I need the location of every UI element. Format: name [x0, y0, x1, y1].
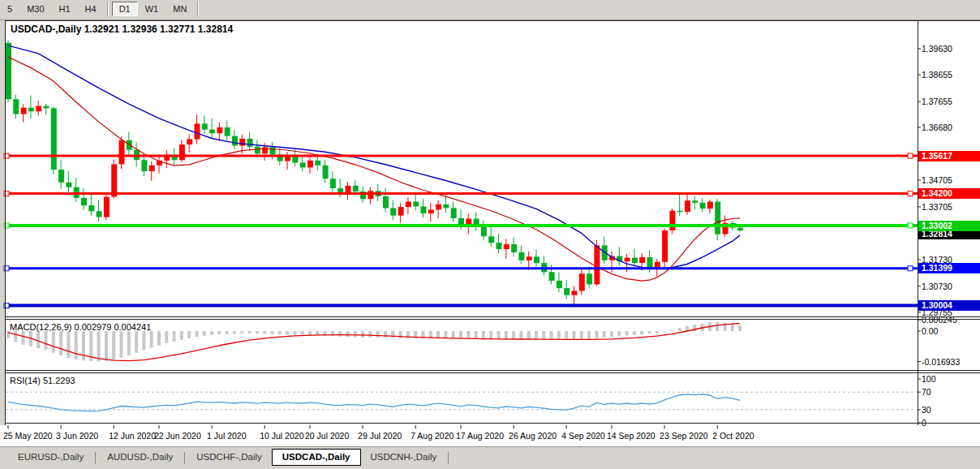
line-handle-left[interactable]	[4, 223, 9, 228]
macd-bar	[738, 325, 741, 331]
candle-body	[413, 202, 419, 207]
macd-bar	[595, 331, 598, 338]
macd-bar	[724, 322, 727, 331]
candle-body	[406, 202, 411, 208]
macd-bar	[640, 331, 643, 334]
candle-body	[451, 208, 457, 218]
macd-bar	[663, 331, 666, 332]
macd-bar	[173, 331, 176, 342]
candle-body	[270, 147, 276, 154]
candle-body	[579, 273, 585, 290]
candle-body	[572, 290, 578, 295]
candle-body	[300, 163, 306, 168]
line-handle-right[interactable]	[908, 191, 913, 196]
macd-bar	[105, 331, 108, 361]
line-handle-right[interactable]	[908, 153, 913, 158]
macd-bar	[399, 331, 402, 338]
ma-fast-line	[8, 57, 740, 281]
macd-bar	[655, 331, 659, 333]
candle-body	[436, 204, 441, 210]
line-handle-right[interactable]	[908, 223, 913, 228]
macd-bar	[157, 331, 161, 346]
macd-bar	[633, 331, 636, 335]
candle-body	[51, 108, 57, 170]
candle-body	[58, 170, 64, 183]
candle-body	[504, 244, 509, 249]
candle-body	[307, 161, 313, 168]
macd-bar	[550, 331, 553, 339]
candle-body	[639, 257, 645, 263]
candle-body	[715, 202, 720, 234]
candle-body	[481, 226, 487, 236]
macd-bar	[482, 331, 485, 338]
candle-body	[390, 208, 396, 215]
candle-body	[549, 272, 555, 281]
macd-bar	[648, 331, 651, 333]
chart-canvas[interactable]	[0, 0, 980, 469]
candle-body	[119, 140, 125, 165]
candle-body	[398, 207, 404, 216]
candle-body	[511, 244, 517, 252]
macd-bar	[505, 331, 508, 339]
candle-body	[587, 273, 592, 284]
macd-bar	[475, 331, 478, 338]
macd-bar	[210, 331, 213, 335]
macd-bar	[67, 331, 70, 358]
line-handle-left[interactable]	[4, 303, 9, 308]
macd-bar	[670, 330, 673, 331]
macd-bar	[466, 331, 470, 338]
line-handle-left[interactable]	[4, 191, 9, 196]
macd-bar	[542, 331, 545, 339]
macd-bar	[59, 331, 62, 355]
macd-bar	[97, 331, 101, 361]
macd-bar	[217, 331, 221, 334]
macd-bar	[187, 331, 191, 338]
macd-bar	[354, 331, 357, 337]
candle-body	[88, 205, 94, 211]
macd-bar	[368, 331, 372, 338]
macd-bar	[573, 331, 576, 340]
candle-body	[21, 108, 27, 114]
candle-body	[707, 202, 713, 209]
candle-body	[625, 258, 630, 262]
macd-bar	[452, 331, 455, 338]
macd-bar	[580, 331, 583, 339]
candle-body	[685, 200, 690, 212]
macd-bar	[489, 331, 492, 339]
candle-body	[557, 281, 562, 288]
candles-layer	[6, 41, 743, 308]
candle-body	[692, 200, 698, 203]
line-handle-right[interactable]	[908, 266, 913, 271]
macd-bar	[436, 331, 440, 338]
macd-bar	[444, 331, 447, 338]
ma-slow-line	[8, 45, 740, 269]
macd-bar	[6, 331, 10, 338]
macd-bar	[14, 331, 17, 342]
macd-bar	[112, 331, 115, 359]
line-handle-left[interactable]	[4, 266, 9, 271]
macd-bar	[263, 331, 266, 334]
macd-bar	[256, 331, 259, 333]
candle-body	[700, 203, 706, 209]
candle-body	[368, 191, 373, 199]
candle-body	[209, 130, 215, 134]
candle-body	[149, 166, 155, 171]
chart-title: USDCAD-,Daily 1.32921 1.32936 1.32771 1.…	[11, 24, 233, 35]
candle-body	[669, 211, 675, 230]
macd-bar	[391, 331, 394, 338]
candle-body	[496, 243, 502, 249]
macd-bar	[308, 331, 312, 335]
candle-body	[677, 211, 683, 213]
macd-bar	[286, 331, 289, 334]
candle-body	[247, 139, 253, 147]
macd-bar	[587, 331, 591, 339]
macd-bar	[142, 331, 145, 350]
macd-bar	[512, 331, 515, 339]
macd-bar	[120, 331, 123, 358]
macd-bar	[346, 331, 350, 337]
macd-bar	[293, 331, 296, 334]
macd-bar	[22, 331, 25, 345]
candle-body	[292, 157, 298, 163]
macd-bar	[338, 331, 342, 337]
line-handle-left[interactable]	[4, 153, 9, 158]
